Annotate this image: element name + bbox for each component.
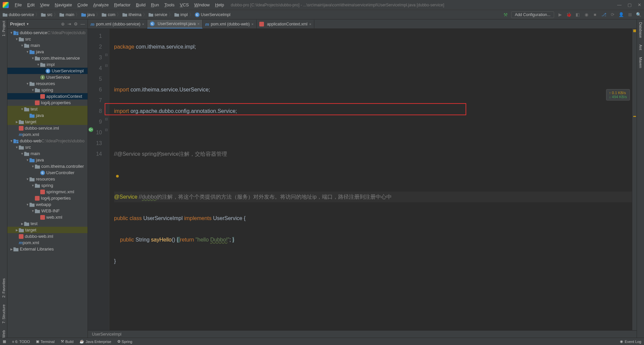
ant-tool-button[interactable]: Ant — [639, 45, 643, 50]
event-log-button[interactable]: ◉ Event Log — [620, 339, 641, 344]
tree-item[interactable]: applicationContext — [7, 93, 88, 99]
tree-twisty-icon[interactable]: ▶ — [15, 120, 19, 124]
menu-help[interactable]: Help — [212, 2, 227, 7]
breadcrumb-item[interactable]: service — [149, 12, 167, 17]
collapse-icon[interactable]: ⇥ — [67, 21, 71, 26]
close-tab-icon[interactable]: × — [309, 22, 311, 26]
tree-twisty-icon[interactable]: ▼ — [31, 209, 35, 213]
tree-item[interactable]: ▼java — [7, 157, 88, 163]
menu-tools[interactable]: Tools — [162, 2, 177, 7]
tree-item[interactable]: ▼spring — [7, 182, 88, 189]
editor-breadcrumb[interactable]: UserServiceImpl — [88, 330, 637, 338]
tree-item[interactable]: ▼com.itheima.controller — [7, 163, 88, 169]
override-gutter-icon[interactable]: O↑ — [89, 127, 93, 132]
tree-item[interactable]: ▼java — [7, 49, 88, 55]
settings-icon[interactable]: ⚙ — [74, 21, 78, 26]
breadcrumb-item[interactable]: dubbo-service — [3, 12, 34, 17]
tree-twisty-icon[interactable]: ▼ — [25, 203, 30, 206]
tree-item[interactable]: CUserController — [7, 169, 88, 176]
tree-twisty-icon[interactable]: ▼ — [31, 165, 35, 168]
tree-twisty-icon[interactable]: ▼ — [25, 178, 30, 181]
build-tool-button[interactable]: ⚒ Build — [61, 339, 73, 344]
close-tab-icon[interactable]: × — [197, 22, 199, 26]
code-editor[interactable]: package com.itheima.service.impl; import… — [109, 29, 632, 330]
tree-item[interactable]: IUserService — [7, 74, 88, 80]
tree-item[interactable]: dubbo-service.iml — [7, 125, 88, 131]
menu-file[interactable]: File — [12, 2, 24, 7]
tree-item[interactable]: ▼test — [7, 106, 88, 112]
tree-item[interactable]: ▼src — [7, 144, 88, 150]
breadcrumb-item[interactable]: main — [59, 12, 74, 17]
tree-item[interactable]: web.xml — [7, 214, 88, 220]
fold-marker-icon[interactable]: ⊟ — [105, 53, 108, 57]
breadcrumb-item[interactable]: java — [81, 12, 95, 17]
breadcrumb-item[interactable]: impl — [174, 12, 188, 17]
tree-twisty-icon[interactable]: ▼ — [36, 63, 40, 66]
spring-tool-button[interactable]: ✿ Spring — [117, 339, 132, 344]
debug-icon[interactable]: 🐞 — [566, 12, 572, 17]
tree-twisty-icon[interactable]: ▶ — [20, 222, 24, 225]
update-icon[interactable]: ⟳ — [610, 12, 615, 17]
git-icon[interactable]: ⎇ — [601, 12, 606, 17]
tree-item[interactable]: ▼com.itheima.service — [7, 55, 88, 61]
fold-marker-icon[interactable]: ⊟ — [105, 128, 108, 132]
project-tool-button[interactable]: 1: Project — [2, 21, 6, 36]
project-view-selector[interactable]: Project ▼ — [10, 21, 29, 26]
tree-item[interactable]: mpom.xml — [7, 239, 88, 246]
profiler-icon[interactable]: ◉ — [584, 12, 589, 17]
tree-item[interactable]: log4j.properties — [7, 195, 88, 201]
tree-twisty-icon[interactable]: ▼ — [9, 139, 13, 143]
todo-tool-button[interactable]: ≡ 6: TODO — [12, 340, 30, 344]
ide-settings-icon[interactable]: ⊞ — [627, 12, 633, 17]
tree-item[interactable]: ▼src — [7, 36, 88, 42]
tree-item[interactable]: ▼dubbo-web C:\IdeaProjects\dubbo — [7, 138, 88, 144]
tree-twisty-icon[interactable]: ▼ — [31, 57, 35, 60]
tree-item[interactable]: ▼webapp — [7, 201, 88, 208]
project-tree[interactable]: ▼dubbo-service C:\IdeaProjects\dub▼src▼m… — [7, 29, 88, 338]
tree-twisty-icon[interactable]: ▼ — [20, 108, 24, 111]
tree-twisty-icon[interactable]: ▼ — [25, 50, 30, 54]
stop-icon[interactable]: ■ — [592, 12, 598, 17]
tree-item[interactable]: java — [7, 112, 88, 119]
tree-item[interactable]: CUserServiceImpl — [7, 68, 88, 74]
hide-icon[interactable]: — — [80, 21, 85, 26]
menu-navigate[interactable]: Navigate — [52, 2, 74, 7]
error-stripe[interactable] — [632, 29, 637, 330]
breadcrumb-item[interactable]: src — [41, 12, 52, 17]
tree-item[interactable]: ▼resources — [7, 176, 88, 182]
tree-item[interactable]: ▶External Libraries — [7, 246, 88, 252]
breadcrumb[interactable]: dubbo-service〉src〉main〉java〉com〉itheima〉… — [3, 12, 230, 18]
menu-vcs[interactable]: VCS — [177, 2, 192, 7]
inspection-indicator-icon[interactable] — [633, 29, 636, 32]
fold-marker-icon[interactable]: ⊟ — [105, 117, 108, 121]
tree-twisty-icon[interactable]: ▼ — [20, 44, 24, 47]
tree-item[interactable]: dubbo-web.iml — [7, 233, 88, 239]
breadcrumb-item[interactable]: com — [102, 12, 115, 17]
structure-tool-button[interactable]: 7: Structure — [2, 304, 6, 324]
menu-run[interactable]: Run — [148, 2, 162, 7]
tree-item[interactable]: ▼WEB-INF — [7, 208, 88, 214]
breadcrumb-item[interactable]: itheima — [122, 12, 142, 17]
tree-item[interactable]: ▼resources — [7, 80, 88, 87]
tree-twisty-icon[interactable]: ▼ — [31, 88, 35, 92]
run-icon[interactable]: ▶ — [557, 12, 563, 17]
tree-item[interactable]: springmvc.xml — [7, 189, 88, 195]
tree-item[interactable]: ▶target — [7, 227, 88, 233]
fold-marker-icon[interactable]: ⊟ — [105, 64, 108, 67]
menu-window[interactable]: Window — [192, 2, 212, 7]
tree-item[interactable]: ▶test — [7, 220, 88, 227]
tree-twisty-icon[interactable]: ▼ — [31, 184, 35, 187]
tree-twisty-icon[interactable]: ▼ — [15, 38, 19, 41]
tree-twisty-icon[interactable]: ▼ — [20, 152, 24, 155]
add-configuration-button[interactable]: Add Configuration... — [511, 11, 554, 18]
build-icon[interactable]: ⚒ — [503, 12, 508, 17]
locate-icon[interactable]: ⊕ — [61, 21, 65, 26]
tree-item[interactable]: ▶target — [7, 119, 88, 125]
tree-item[interactable]: ▼impl — [7, 61, 88, 68]
menu-build[interactable]: Build — [133, 2, 148, 7]
menu-analyze[interactable]: Analyze — [91, 2, 111, 7]
tool-window-toggle-icon[interactable]: ▦ — [3, 339, 6, 344]
intention-bulb-icon[interactable] — [116, 175, 119, 178]
favorites-tool-button[interactable]: 2: Favorites — [2, 278, 6, 297]
tree-twisty-icon[interactable]: ▼ — [25, 158, 30, 162]
